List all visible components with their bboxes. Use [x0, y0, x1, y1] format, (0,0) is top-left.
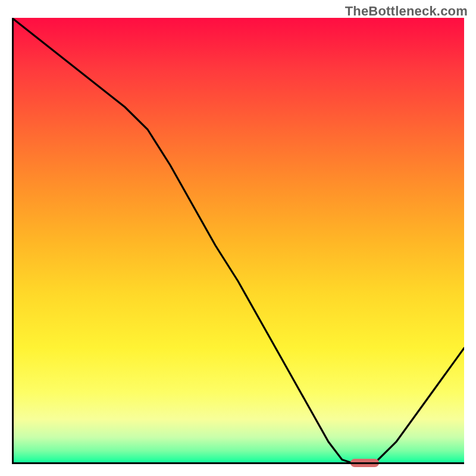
- y-axis: [12, 18, 14, 464]
- plot-area: [12, 18, 464, 464]
- watermark-text: TheBottleneck.com: [345, 4, 468, 19]
- chart-container: TheBottleneck.com: [0, 0, 476, 476]
- x-axis: [12, 462, 464, 464]
- bottleneck-curve: [12, 18, 464, 464]
